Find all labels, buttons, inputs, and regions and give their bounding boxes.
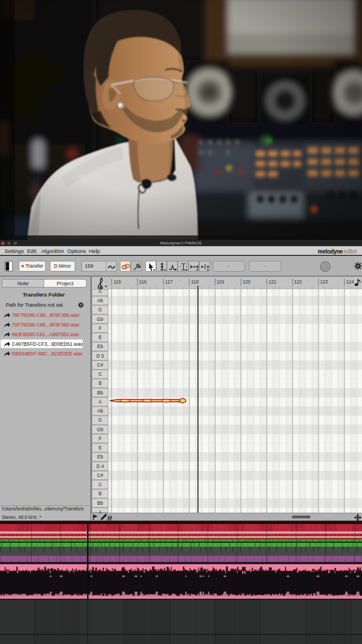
- svg-text:C: C: [98, 371, 102, 377]
- svg-text:Bb: Bb: [97, 390, 104, 396]
- svg-text:120: 120: [243, 280, 251, 285]
- svg-text:C#: C#: [97, 362, 104, 368]
- svg-text:F: F: [98, 436, 101, 441]
- svg-text:Gb: Gb: [97, 427, 104, 432]
- svg-text:Ab: Ab: [97, 298, 104, 303]
- svg-text:117: 117: [165, 280, 173, 285]
- svg-text:C: C: [98, 482, 102, 487]
- svg-text:E: E: [98, 334, 102, 340]
- svg-text:A: A: [98, 289, 102, 294]
- svg-text:124: 124: [346, 280, 354, 285]
- svg-text:123: 123: [320, 280, 328, 285]
- svg-text:118: 118: [191, 280, 199, 285]
- svg-text:Ab: Ab: [97, 408, 104, 414]
- svg-text:D 4: D 4: [96, 463, 104, 469]
- svg-text:122: 122: [294, 280, 302, 285]
- svg-text:116: 116: [139, 280, 146, 285]
- svg-text:Bb: Bb: [97, 500, 104, 506]
- svg-text:G: G: [98, 417, 102, 423]
- svg-text:A: A: [98, 399, 102, 405]
- svg-text:B: B: [98, 380, 102, 386]
- svg-text:Gb: Gb: [97, 316, 104, 322]
- svg-text:B: B: [98, 491, 102, 496]
- svg-text:D 5: D 5: [96, 353, 104, 359]
- svg-text:G: G: [98, 307, 102, 312]
- svg-text:C#: C#: [97, 473, 104, 478]
- svg-text:119: 119: [217, 280, 224, 285]
- svg-text:E: E: [98, 445, 102, 450]
- svg-text:F: F: [98, 325, 101, 331]
- svg-text:115: 115: [114, 280, 121, 285]
- svg-text:Eb: Eb: [97, 344, 104, 349]
- svg-text:121: 121: [269, 280, 277, 285]
- svg-text:Eb: Eb: [97, 454, 104, 460]
